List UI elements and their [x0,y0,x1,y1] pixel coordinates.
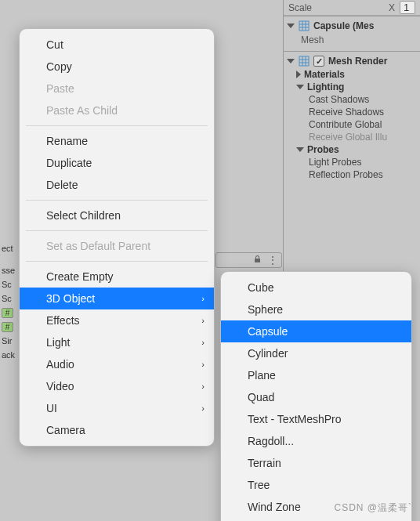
svg-rect-5 [299,56,309,66]
menu-item-cylinder[interactable]: Cylinder [221,342,411,364]
mesh-renderer-title: Mesh Render [328,56,387,67]
toolbar-stub: ⋮ [215,252,282,268]
menu-item-quad[interactable]: Quad [221,386,411,408]
menu-item-cut[interactable]: Cut [20,34,214,56]
menu-item-terrain[interactable]: Terrain [221,452,411,474]
menu-item-audio[interactable]: Audio› [20,353,214,375]
menu-item-duplicate[interactable]: Duplicate [20,152,214,174]
mesh-filter-header[interactable]: Capsule (Mes [284,19,420,33]
svg-rect-0 [299,21,309,31]
chevron-right-icon: › [201,291,205,306]
scale-axis-x: X [389,2,395,13]
stub-label: Sc [0,279,19,293]
menu-item-capsule[interactable]: Capsule [221,320,411,342]
menu-item-create-empty[interactable]: Create Empty [20,266,214,288]
contribute-global-label: Contribute Global [284,118,420,131]
chevron-right-icon: › [201,356,205,372]
mesh-renderer-header[interactable]: ✓ Mesh Render [284,54,420,68]
materials-foldout[interactable]: Materials [284,68,420,81]
foldout-icon [287,24,295,28]
mesh-renderer-icon [299,56,310,67]
project-panel-stub: ect sse Sc Sc # # Sir ack [0,243,20,400]
chevron-right-icon: › [201,313,205,328]
menu-separator [26,125,208,126]
chevron-right-icon: › [201,335,205,350]
stub-label: Sc [0,293,19,307]
menu-item-plane[interactable]: Plane [221,364,411,386]
menu-item-camera[interactable]: Camera [20,419,214,441]
lock-icon[interactable] [253,255,262,266]
menu-item-ui[interactable]: UI› [20,397,214,419]
mesh-filter-icon [299,20,310,31]
mesh-filter-title: Capsule (Mes [313,20,374,31]
mesh-renderer-component: ✓ Mesh Render Materials Lighting Cast Sh… [284,51,420,183]
transform-scale-row: Scale X 1 [284,0,420,16]
context-menu-3d-object: CubeSphereCapsuleCylinderPlaneQuadText -… [220,271,412,521]
menu-separator [26,261,208,262]
script-icon: # [2,322,13,332]
stub-label: sse [0,265,19,279]
more-icon[interactable]: ⋮ [268,255,277,266]
chevron-right-icon: › [201,400,205,416]
menu-item-effects[interactable]: Effects› [20,309,214,331]
menu-item-text-textmeshpro[interactable]: Text - TextMeshPro [221,408,411,430]
menu-separator [26,200,208,201]
cast-shadows-label: Cast Shadows [284,93,420,106]
foldout-icon [296,71,301,78]
menu-item-paste-as-child: Paste As Child [20,99,214,121]
chevron-right-icon: › [201,378,205,394]
menu-item-tree[interactable]: Tree [221,474,411,496]
menu-item-video[interactable]: Video› [20,375,214,397]
stub-label: ect [0,243,19,257]
menu-item-copy[interactable]: Copy [20,56,214,78]
scale-label: Scale [288,2,312,13]
menu-item-3d-text[interactable]: 3D Text [221,518,411,521]
probes-foldout[interactable]: Probes [284,143,420,156]
light-probes-label: Light Probes [284,156,420,168]
menu-item-sphere[interactable]: Sphere [221,298,411,320]
menu-item-light[interactable]: Light› [20,331,214,353]
lighting-foldout[interactable]: Lighting [284,81,420,93]
menu-item-cube[interactable]: Cube [221,277,411,298]
watermark: CSDN @温柔哥` [334,501,412,515]
foldout-icon [296,147,304,152]
menu-item-select-children[interactable]: Select Children [20,204,214,226]
menu-item-rename[interactable]: Rename [20,130,214,152]
foldout-icon [296,85,304,89]
reflection-probes-label: Reflection Probes [284,168,420,181]
menu-item-delete[interactable]: Delete [20,174,214,196]
receive-shadows-label: Receive Shadows [284,106,420,118]
mesh-filter-component: Capsule (Mes Mesh [284,16,420,51]
mesh-renderer-enabled-checkbox[interactable]: ✓ [313,56,324,67]
mesh-field-label: Mesh [284,33,420,49]
stub-label: Sir [0,335,19,349]
scale-x-value[interactable]: 1 [400,1,415,14]
receive-global-label: Receive Global Illu [284,131,420,143]
menu-item-set-as-default-parent: Set as Default Parent [20,235,214,257]
stub-label: ack [0,349,19,364]
menu-separator [26,230,208,231]
foldout-icon [287,59,295,63]
menu-item-3d-object[interactable]: 3D Object› [20,288,214,309]
script-icon: # [2,308,13,318]
menu-item-paste: Paste [20,78,214,99]
menu-item-ragdoll-[interactable]: Ragdoll... [221,430,411,452]
context-menu-main: CutCopyPastePaste As ChildRenameDuplicat… [19,28,215,447]
